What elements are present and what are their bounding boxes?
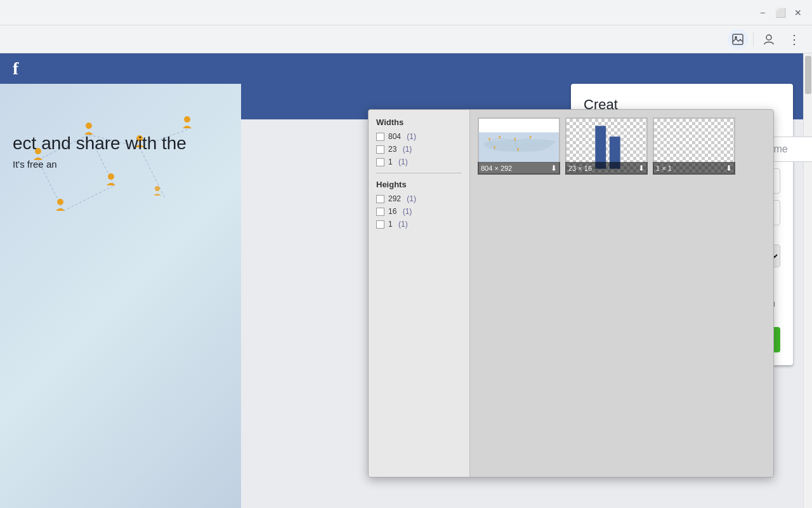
account-button[interactable]: [759, 29, 779, 50]
svg-point-24: [499, 136, 501, 138]
height-checkbox-292[interactable]: [376, 195, 384, 203]
width-label-1: 1: [388, 157, 393, 166]
height-count-292: (1): [405, 194, 416, 203]
height-label-1: 1: [388, 220, 393, 229]
menu-button[interactable]: ⋮: [784, 29, 804, 50]
image-picker-popup: Widths 804 (1) 23 (1) 1 (1) He: [368, 109, 774, 478]
height-filter-1[interactable]: 1 (1): [376, 220, 462, 229]
download-icon-1[interactable]: ⬇: [551, 164, 557, 173]
svg-point-2: [766, 35, 771, 40]
image-thumb-3[interactable]: 1 × 1 ⬇: [653, 117, 735, 175]
svg-point-14: [57, 199, 63, 205]
image-icon: [731, 33, 744, 46]
image-picker-toolbar-button[interactable]: [728, 29, 748, 50]
image-dimensions-3: 1 × 1: [656, 164, 672, 172]
width-checkbox-1[interactable]: [376, 158, 384, 166]
width-filter-1[interactable]: 1 (1): [376, 157, 462, 166]
svg-rect-0: [733, 34, 743, 44]
height-count-1: (1): [396, 220, 408, 229]
width-filter-804[interactable]: 804 (1): [376, 132, 462, 141]
facebook-logo: f: [13, 58, 18, 79]
height-checkbox-16[interactable]: [376, 208, 384, 216]
social-map: ect and share with the It's free an: [0, 84, 241, 508]
widths-title: Widths: [376, 117, 462, 127]
page-area: f Email or Pho: [0, 53, 812, 508]
image-thumb-1[interactable]: 804 × 292 ⬇: [478, 117, 560, 175]
image-label-2: 23 × 16 ⬇: [565, 162, 648, 175]
height-filter-16[interactable]: 16 (1): [376, 207, 462, 216]
svg-line-9: [63, 185, 114, 211]
height-count-16: (1): [400, 207, 412, 216]
filter-divider: [376, 173, 462, 173]
width-count-804: (1): [405, 132, 416, 141]
browser-window-controls: − ⬜ ✕: [756, 6, 804, 19]
width-label-23: 23: [388, 145, 396, 154]
hero-title: ect and share with the: [13, 133, 228, 154]
account-icon: [763, 33, 775, 46]
svg-point-23: [488, 138, 490, 140]
svg-point-16: [155, 186, 160, 191]
svg-point-25: [514, 138, 516, 140]
menu-dots-icon: ⋮: [788, 32, 801, 47]
svg-point-26: [530, 136, 532, 138]
height-label-16: 16: [388, 207, 396, 216]
width-checkbox-23[interactable]: [376, 145, 384, 154]
height-checkbox-1-h[interactable]: [376, 220, 384, 229]
image-thumb-2[interactable]: 23 × 16 ⬇: [565, 117, 648, 175]
images-panel: 804 × 292 ⬇ 23 × 16: [470, 110, 773, 477]
scrollbar-thumb[interactable]: [805, 56, 811, 94]
height-filter-292[interactable]: 292 (1): [376, 194, 462, 203]
width-count-23: (1): [400, 145, 412, 154]
image-dimensions-1: 804 × 292: [481, 164, 512, 172]
maximize-button[interactable]: ⬜: [774, 6, 787, 19]
width-count-1: (1): [396, 157, 408, 166]
image-label-3: 1 × 1 ⬇: [653, 162, 735, 175]
svg-point-15: [108, 173, 114, 180]
facebook-topbar: f: [0, 53, 812, 84]
download-icon-3[interactable]: ⬇: [726, 164, 732, 173]
svg-point-28: [517, 148, 519, 150]
height-label-292: 292: [388, 194, 401, 203]
hero-section: ect and share with the It's free an: [0, 114, 241, 170]
hero-subtitle: It's free an: [13, 159, 228, 170]
browser-toolbar: ⋮: [0, 25, 812, 53]
width-filter-23[interactable]: 23 (1): [376, 145, 462, 154]
page-scrollbar[interactable]: [803, 53, 812, 508]
width-checkbox-804[interactable]: [376, 133, 384, 141]
popup-inner: Widths 804 (1) 23 (1) 1 (1) He: [369, 110, 773, 477]
browser-titlebar: − ⬜ ✕: [0, 0, 812, 25]
width-label-804: 804: [388, 132, 401, 141]
images-grid: 804 × 292 ⬇ 23 × 16: [478, 117, 766, 175]
heights-title: Heights: [376, 180, 462, 189]
toolbar-divider: [753, 32, 754, 47]
svg-point-27: [494, 146, 495, 148]
minimize-button[interactable]: −: [756, 6, 769, 19]
image-label-1: 804 × 292 ⬇: [478, 162, 560, 175]
filters-panel: Widths 804 (1) 23 (1) 1 (1) He: [369, 110, 470, 477]
close-button[interactable]: ✕: [792, 6, 804, 19]
download-icon-2[interactable]: ⬇: [638, 164, 645, 173]
image-dimensions-2: 23 × 16: [568, 164, 592, 172]
